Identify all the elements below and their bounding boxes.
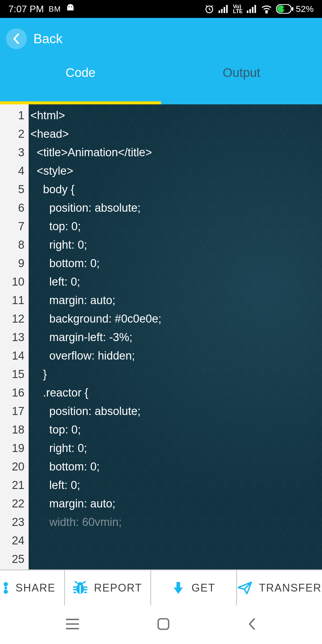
code-editor[interactable]: 1234567891011121314151617181920212223242…	[0, 104, 322, 569]
nav-home-icon[interactable]	[157, 617, 170, 632]
volte-icon: Vo)LTE	[233, 4, 243, 14]
get-button[interactable]: GET	[151, 570, 237, 605]
report-label: REPORT	[94, 582, 142, 594]
svg-point-17	[4, 582, 8, 586]
tab-bar: Code Output	[0, 52, 322, 104]
tab-code[interactable]: Code	[0, 52, 161, 104]
wifi-icon	[261, 4, 272, 13]
transfer-button[interactable]: TRANSFER	[237, 570, 322, 605]
bottom-action-bar: SHARE REPORT GET TRANSFER	[0, 569, 322, 605]
signal-icon-2	[247, 5, 257, 13]
android-icon	[66, 4, 75, 14]
svg-point-1	[71, 6, 72, 7]
svg-rect-6	[221, 9, 223, 13]
svg-rect-12	[254, 5, 256, 13]
share-icon	[3, 581, 11, 595]
back-button[interactable]: Back	[0, 18, 322, 52]
svg-marker-24	[174, 587, 183, 594]
battery-pct: 52%	[296, 4, 314, 14]
battery-indicator: 52%	[276, 4, 314, 14]
svg-point-21	[78, 582, 83, 586]
svg-point-13	[266, 12, 267, 13]
transfer-label: TRANSFER	[259, 582, 321, 594]
svg-rect-11	[252, 7, 253, 13]
alarm-icon	[204, 4, 214, 14]
tab-code-label: Code	[66, 66, 95, 80]
svg-rect-10	[249, 9, 251, 13]
svg-point-18	[4, 589, 8, 594]
svg-rect-5	[219, 10, 220, 13]
svg-point-0	[69, 6, 69, 7]
status-carrier: BM	[49, 4, 61, 14]
svg-rect-7	[224, 7, 225, 13]
svg-rect-8	[226, 5, 228, 13]
svg-rect-9	[247, 10, 248, 13]
tab-output-label: Output	[223, 66, 260, 80]
download-icon	[172, 581, 185, 595]
svg-rect-28	[158, 619, 168, 629]
share-button[interactable]: SHARE	[0, 570, 65, 605]
bug-icon	[73, 581, 87, 595]
app-header: Back Code Output	[0, 18, 322, 104]
system-nav-bar	[0, 605, 322, 644]
signal-icon	[219, 5, 229, 13]
nav-back-icon[interactable]	[247, 617, 256, 632]
report-button[interactable]: REPORT	[65, 570, 151, 605]
send-icon	[237, 581, 252, 595]
svg-point-19	[4, 586, 7, 589]
line-gutter: 1234567891011121314151617181920212223242…	[0, 104, 29, 569]
nav-recents-icon[interactable]	[66, 618, 79, 631]
svg-rect-23	[177, 582, 180, 588]
status-bar: 7:07 PM BM Vo)LTE 52%	[0, 0, 322, 18]
tab-output[interactable]: Output	[161, 52, 322, 104]
get-label: GET	[191, 582, 215, 594]
status-time: 7:07 PM	[8, 4, 44, 15]
svg-rect-16	[292, 7, 293, 11]
share-label: SHARE	[16, 582, 55, 594]
code-content[interactable]: <html><head> <title>Animation</title> <s…	[29, 104, 322, 531]
back-label: Back	[33, 31, 63, 46]
back-icon	[6, 28, 27, 49]
